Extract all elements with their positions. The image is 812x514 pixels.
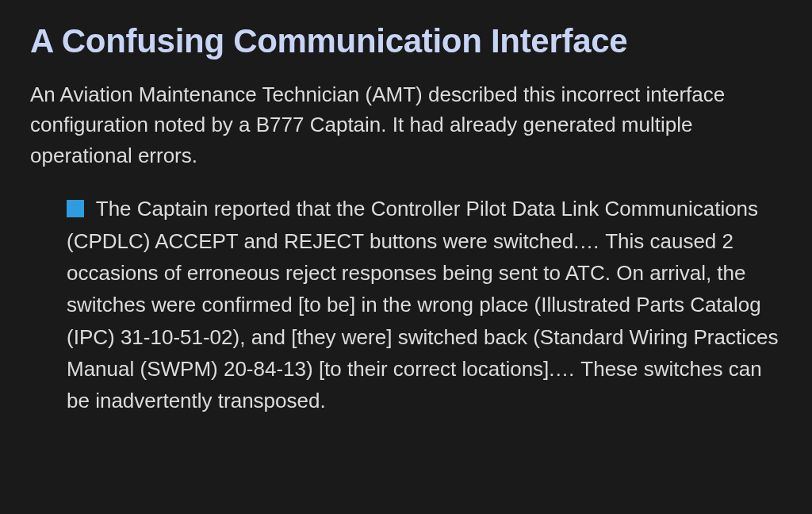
article-intro-paragraph: An Aviation Maintenance Technician (AMT)… [30, 79, 782, 171]
article-heading: A Confusing Communication Interface [30, 22, 782, 60]
square-bullet-icon [67, 200, 84, 217]
article-body-paragraph: The Captain reported that the Controller… [67, 193, 782, 416]
article-body-text: The Captain reported that the Controller… [67, 197, 778, 412]
indented-quote-block: The Captain reported that the Controller… [30, 193, 782, 416]
